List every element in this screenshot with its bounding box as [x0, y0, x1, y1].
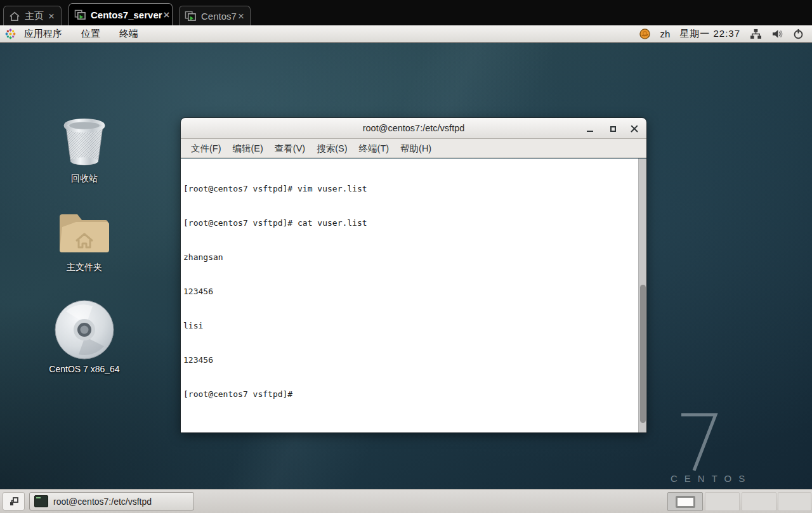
tab-centos7[interactable]: Centos7 ×	[179, 6, 251, 25]
terminal-line: zhangsan	[183, 252, 635, 263]
cd-icon	[53, 299, 115, 361]
tab-centos7-server[interactable]: Centos7_server ×	[69, 3, 173, 25]
taskbar-window-label: root@centos7:/etc/vsftpd	[53, 497, 152, 507]
tab-label: Centos7	[201, 11, 237, 22]
workspace-1[interactable]	[667, 492, 703, 511]
gnome-top-panel: 应用程序 位置 终端 zh 星期一 22:37	[0, 25, 812, 43]
menu-help[interactable]: 帮助(H)	[395, 139, 437, 158]
terminal-app-icon	[34, 495, 48, 507]
terminal-line: 123456	[183, 354, 635, 366]
menu-search[interactable]: 搜索(S)	[311, 139, 353, 158]
terminal-scrollbar[interactable]	[638, 159, 646, 432]
tab-home[interactable]: 主页 ×	[3, 6, 62, 25]
vm-console-icon	[185, 11, 197, 22]
home-folder-icon	[57, 208, 112, 259]
taskbar-window-button[interactable]: root@centos7:/etc/vsftpd	[29, 492, 194, 510]
tab-close-icon[interactable]: ×	[162, 10, 171, 20]
trash-icon	[62, 118, 107, 170]
home-icon	[9, 11, 20, 22]
vm-console-icon	[74, 10, 86, 20]
clock[interactable]: 星期一 22:37	[679, 28, 740, 40]
terminal-menubar: 文件(F) 编辑(E) 查看(V) 搜索(S) 终端(T) 帮助(H)	[181, 139, 646, 158]
maximize-icon	[610, 126, 616, 132]
menu-file[interactable]: 文件(F)	[185, 139, 227, 158]
desktop-icon-cd[interactable]: CentOS 7 x86_64	[42, 299, 127, 374]
terminal-line: [root@centos7 vsftpd]# vim vuser.list	[183, 183, 635, 195]
desktop-icon-home-folder[interactable]: 主文件夹	[48, 208, 121, 273]
desktop-icon-label: 主文件夹	[67, 262, 102, 273]
workspace-2[interactable]	[705, 492, 740, 511]
terminal-line: [root@centos7 vsftpd]# cat vuser.list	[183, 218, 635, 229]
desktop-icon-label: 回收站	[71, 173, 98, 185]
desktop-icon-trash[interactable]: 回收站	[48, 118, 121, 185]
scrollbar-thumb[interactable]	[640, 285, 646, 423]
tab-label: 主页	[25, 10, 44, 22]
maximize-button[interactable]	[607, 123, 619, 134]
vm-tab-bar: 主页 × Centos7_server × Centos7 ×	[0, 0, 812, 25]
minimize-icon	[587, 131, 593, 132]
menu-terminal[interactable]: 终端	[117, 28, 141, 40]
show-desktop-icon	[9, 497, 19, 507]
terminal-line: [root@centos7 vsftpd]#	[183, 389, 635, 400]
screen: 主页 × Centos7_server × Centos7 ×	[0, 0, 812, 513]
bottom-taskbar: root@centos7:/etc/vsftpd	[0, 489, 812, 513]
minimize-button[interactable]	[584, 123, 596, 134]
tab-close-icon[interactable]: ×	[237, 11, 246, 22]
show-desktop-button[interactable]	[3, 492, 25, 510]
terminal-content[interactable]: [root@centos7 vsftpd]# vim vuser.list [r…	[181, 159, 646, 432]
network-icon[interactable]	[750, 29, 762, 39]
terminal-line: 123456	[183, 286, 635, 297]
centos-watermark-text: CENTOS	[671, 473, 752, 484]
volume-icon[interactable]	[771, 29, 783, 39]
menu-applications[interactable]: 应用程序	[22, 28, 65, 40]
terminal-window: root@centos7:/etc/vsftpd 文件(F) 编辑(E) 查看(…	[181, 118, 646, 432]
terminal-titlebar[interactable]: root@centos7:/etc/vsftpd	[181, 118, 646, 139]
workspace-window-thumbnail	[676, 496, 695, 508]
close-button[interactable]	[629, 123, 640, 134]
input-method-indicator[interactable]: zh	[660, 29, 670, 39]
menu-view[interactable]: 查看(V)	[269, 139, 311, 158]
tab-close-icon[interactable]: ×	[47, 11, 56, 22]
centos-watermark-number	[679, 412, 721, 473]
workspace-3[interactable]	[742, 492, 776, 511]
menu-places[interactable]: 位置	[79, 28, 103, 40]
close-icon	[631, 125, 638, 133]
applications-menu-icon	[5, 29, 16, 39]
workspace-4[interactable]	[778, 492, 811, 511]
power-icon[interactable]	[793, 29, 804, 39]
terminal-title: root@centos7:/etc/vsftpd	[181, 118, 646, 139]
notification-app-icon[interactable]	[639, 29, 650, 39]
tab-label: Centos7_server	[91, 10, 162, 20]
menu-edit[interactable]: 编辑(E)	[227, 139, 269, 158]
terminal-line: lisi	[183, 320, 635, 332]
menu-terminal[interactable]: 终端(T)	[353, 139, 395, 158]
desktop-icon-label: CentOS 7 x86_64	[49, 364, 119, 374]
